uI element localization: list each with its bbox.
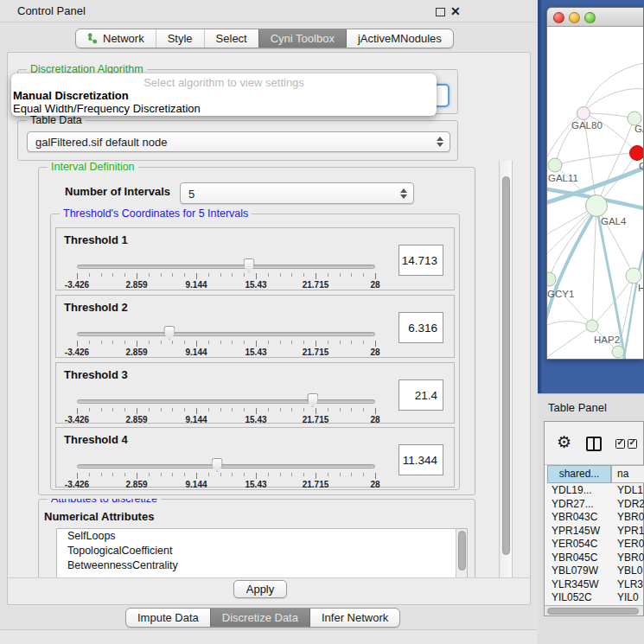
- network-canvas[interactable]: GAL80 GA C GAL11 GAL4 GCY1 H HAP2: [547, 27, 644, 360]
- network-node-selected[interactable]: [630, 146, 644, 161]
- table-header-row: shared... na: [545, 465, 643, 483]
- table-row[interactable]: YIL052CYIL0: [547, 591, 644, 605]
- tab-style[interactable]: Style: [156, 29, 204, 48]
- list-item[interactable]: SelfLoops: [57, 529, 467, 544]
- table-row[interactable]: YPR145WYPR1: [547, 525, 644, 539]
- network-node[interactable]: [626, 268, 641, 284]
- list-scrollbar-thumb[interactable]: [458, 531, 466, 571]
- column-header-name[interactable]: na: [611, 465, 644, 483]
- tab-cyni-toolbox[interactable]: Cyni Toolbox: [258, 29, 346, 48]
- slider-tick-marks: [77, 341, 375, 347]
- network-node[interactable]: [586, 320, 598, 332]
- cyni-bottom-tabbar: Impute Data Discretize Data Infer Networ…: [125, 608, 400, 628]
- list-item[interactable]: TopologicalCoefficient: [57, 544, 467, 558]
- threshold-3-slider[interactable]: [77, 398, 375, 408]
- table-row[interactable]: YER054CYER0: [547, 538, 644, 552]
- list-scrollbar[interactable]: [456, 529, 467, 577]
- panel-scrollbar-thumb[interactable]: [502, 176, 510, 555]
- threshold-2-value-input[interactable]: [399, 312, 443, 343]
- columns-icon[interactable]: [586, 437, 602, 451]
- slider-thumb[interactable]: [244, 258, 255, 272]
- numerical-attributes-label: Numerical Attributes: [44, 510, 154, 523]
- network-node[interactable]: [547, 272, 556, 286]
- threshold-1-slider[interactable]: [77, 263, 375, 273]
- table-row[interactable]: YBR045CYBR0: [547, 552, 644, 565]
- table-row[interactable]: YDR27...YDR2: [547, 498, 644, 512]
- node-label: GAL11: [548, 173, 578, 183]
- slider-thumb[interactable]: [212, 458, 223, 472]
- threshold-coordinates-title: Threshold's Coordinates for 5 Intervals: [60, 207, 252, 220]
- network-window: GAL80 GA C GAL11 GAL4 GCY1 H HAP2: [546, 7, 644, 360]
- network-node[interactable]: [612, 346, 624, 358]
- dropdown-hint: Select algorithm to view settings: [11, 76, 437, 89]
- threshold-1-panel: Threshold 1 -3.4262.8599.14415.4321.7152…: [55, 227, 455, 290]
- threshold-2-slider[interactable]: [77, 330, 375, 341]
- apply-button[interactable]: Apply: [233, 580, 287, 598]
- threshold-2-label: Threshold 2: [64, 301, 128, 314]
- table-row[interactable]: YLR345WYLR3: [547, 578, 644, 592]
- slider-track[interactable]: [77, 265, 375, 269]
- tab-network-label: Network: [103, 29, 144, 48]
- threshold-4-slider[interactable]: [77, 462, 375, 473]
- node-label: C: [639, 161, 644, 171]
- num-intervals-value: 5: [188, 187, 194, 200]
- network-node[interactable]: [577, 107, 590, 120]
- control-panel-titlebar: Control Panel ✕: [0, 0, 537, 22]
- slider-track[interactable]: [77, 332, 375, 336]
- threshold-1-value-input[interactable]: [399, 245, 443, 276]
- table-data-group-title: Table Data: [27, 114, 86, 126]
- minimize-traffic-light-icon[interactable]: [569, 12, 580, 23]
- tab-select[interactable]: Select: [204, 29, 258, 48]
- close-traffic-light-icon[interactable]: [553, 12, 564, 23]
- checkbox-icon[interactable]: [628, 439, 637, 449]
- tab-discretize-data-label: Discretize Data: [222, 609, 298, 627]
- checkbox-icon[interactable]: [615, 439, 625, 449]
- node-label: GAL4: [601, 216, 627, 226]
- node-label: HAP2: [594, 335, 620, 345]
- float-window-icon[interactable]: [436, 8, 445, 16]
- close-icon[interactable]: ✕: [450, 3, 461, 19]
- tab-jactivemnodules[interactable]: jActiveMNodules: [346, 29, 453, 48]
- interval-definition-title: Interval Definition: [48, 161, 138, 173]
- attributes-group-clip: Attributes to discretize Numerical Attri…: [38, 499, 475, 577]
- tab-network[interactable]: Network: [76, 29, 156, 48]
- slider-track[interactable]: [77, 399, 375, 404]
- table-row[interactable]: YBR043CYBR0: [547, 511, 644, 525]
- slider-tick-marks: [77, 408, 375, 414]
- table-row[interactable]: YDL19...YDL1: [547, 484, 644, 498]
- numerical-attributes-list[interactable]: SelfLoops TopologicalCoefficient Between…: [56, 528, 468, 577]
- network-node[interactable]: [548, 158, 562, 172]
- table-data-combobox[interactable]: galFiltered.sif default node: [27, 131, 450, 152]
- zoom-traffic-light-icon[interactable]: [584, 12, 596, 23]
- tab-infer-network[interactable]: Infer Network: [309, 609, 399, 627]
- footer-area: [0, 630, 537, 644]
- table-horizontal-scrollbar-thumb[interactable]: [547, 608, 639, 615]
- list-item[interactable]: BetweennessCentrality: [57, 558, 467, 573]
- control-panel-tabbar: Network Style Select Cyni Toolbox jActiv…: [75, 29, 454, 48]
- table-horizontal-scrollbar[interactable]: [545, 605, 643, 615]
- dropdown-option-equal-width[interactable]: Equal Width/Frequency Discretization: [13, 102, 201, 115]
- gear-icon[interactable]: ⚙: [557, 434, 571, 451]
- threshold-1-label: Threshold 1: [64, 233, 128, 246]
- num-intervals-combobox[interactable]: 5: [180, 182, 414, 204]
- tab-impute-data[interactable]: Impute Data: [126, 609, 210, 627]
- threshold-4-value-input[interactable]: [399, 444, 443, 475]
- attributes-group-title: Attributes to discretize: [48, 499, 161, 505]
- panel-scrollbar[interactable]: [499, 161, 513, 577]
- slider-track[interactable]: [77, 464, 375, 469]
- tab-discretize-data[interactable]: Discretize Data: [210, 609, 309, 627]
- column-header-shared-name[interactable]: shared...: [547, 465, 611, 483]
- network-node[interactable]: [586, 195, 608, 217]
- dropdown-option-manual[interactable]: Manual Discretization: [13, 89, 129, 102]
- threshold-3-value-input[interactable]: [399, 379, 443, 411]
- control-panel-title: Control Panel: [17, 0, 86, 22]
- table-row[interactable]: YBL079WYBL0: [547, 564, 644, 578]
- node-label: GAL80: [571, 120, 603, 131]
- slider-thumb[interactable]: [163, 326, 175, 340]
- slider-thumb[interactable]: [307, 393, 318, 407]
- slider-tick-labels: -3.4262.8599.14415.4321.71528: [77, 280, 375, 290]
- network-window-titlebar[interactable]: [547, 8, 643, 27]
- threshold-4-panel: Threshold 4 -3.4262.8599.14415.4321.7152…: [55, 427, 455, 488]
- slider-tick-labels: -3.4262.8599.14415.4321.71528: [77, 348, 375, 357]
- table-panel: ⚙ shared... na YDL19...YDL1 YDR27...YDR2…: [544, 421, 644, 616]
